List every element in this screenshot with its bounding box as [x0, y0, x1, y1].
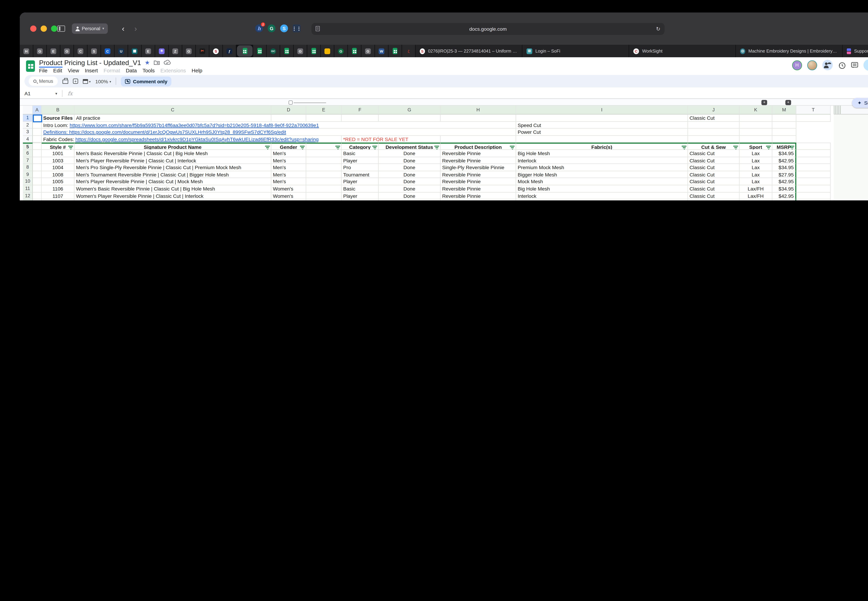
browser-tab[interactable]: Z: [169, 45, 182, 57]
cell[interactable]: Men's Player Reversible Pinnie | Classic…: [75, 157, 271, 164]
cell[interactable]: All practice: [75, 114, 271, 122]
print-icon[interactable]: [63, 79, 68, 84]
cell[interactable]: Done: [379, 150, 441, 157]
expand-hidden-columns-button[interactable]: +: [761, 100, 767, 105]
cell[interactable]: [306, 150, 342, 157]
menus-search[interactable]: Menus: [29, 76, 58, 86]
browser-tab[interactable]: ƒ: [223, 45, 236, 57]
cell[interactable]: Bigger Hole Mesh: [516, 199, 688, 200]
column-header-A[interactable]: A: [33, 106, 42, 114]
cell[interactable]: [441, 114, 516, 122]
cell[interactable]: Women's Player Reversible Pinnie | Class…: [75, 192, 271, 200]
filter-icon[interactable]: [335, 146, 340, 149]
grid-pane[interactable]: ABCDEFGHIJKMT1Source FilesAll practiceCl…: [20, 106, 868, 200]
filter-icon[interactable]: [733, 146, 738, 149]
cell[interactable]: Reversible Pinnie: [441, 199, 516, 200]
row-header[interactable]: 6: [23, 150, 33, 157]
cell[interactable]: $34.95: [772, 150, 796, 157]
cell[interactable]: [796, 157, 831, 164]
cell[interactable]: [306, 192, 342, 200]
column-title[interactable]: Fabric(s): [516, 143, 688, 150]
cell[interactable]: Women's Tournament Reversible Pinnie | C…: [75, 199, 271, 200]
filter-icon[interactable]: [300, 146, 305, 149]
expand-hidden-columns-button[interactable]: +: [785, 100, 791, 105]
cell[interactable]: Lax: [740, 164, 772, 171]
forward-button[interactable]: ›: [134, 24, 137, 33]
cell[interactable]: [379, 114, 441, 122]
cell[interactable]: 1003: [42, 157, 75, 164]
cell[interactable]: 1005: [42, 178, 75, 185]
star-icon[interactable]: ★: [145, 59, 150, 66]
cell[interactable]: [306, 114, 342, 122]
cell[interactable]: $34.95: [772, 185, 796, 192]
row-header[interactable]: 7: [23, 157, 33, 164]
browser-tab[interactable]: C: [101, 45, 114, 57]
cell[interactable]: Interlock: [516, 157, 688, 164]
cell[interactable]: Reversible Pinnie: [441, 178, 516, 185]
cell[interactable]: Women's: [271, 185, 306, 192]
summarize-table-button[interactable]: ✦Summarize this table: [852, 98, 868, 108]
cell[interactable]: [796, 114, 831, 122]
cell[interactable]: Men's Tournament Reversible Pinnie | Cla…: [75, 171, 271, 178]
cell[interactable]: [306, 157, 342, 164]
cloud-status-icon[interactable]: [164, 60, 171, 65]
column-header-I[interactable]: I: [516, 106, 688, 114]
browser-tab[interactable]: G: [335, 45, 347, 57]
cell[interactable]: [33, 150, 42, 157]
browser-tab[interactable]: G: [33, 45, 46, 57]
cell[interactable]: Classic Cut: [688, 192, 740, 200]
browser-tab[interactable]: G: [294, 45, 307, 57]
cell[interactable]: Men's Player Reversible Pinnie | Classic…: [75, 178, 271, 185]
cell[interactable]: $42.95: [772, 178, 796, 185]
browser-tab[interactable]: G: [361, 45, 374, 57]
back-button[interactable]: ‹: [122, 24, 124, 33]
cell[interactable]: Premium Mock Mesh: [516, 164, 688, 171]
filter-icon[interactable]: [265, 146, 270, 149]
close-window-button[interactable]: [30, 26, 37, 32]
cell[interactable]: Tournament: [342, 199, 379, 200]
cell[interactable]: [33, 114, 42, 122]
cell[interactable]: Men's: [271, 178, 306, 185]
cell[interactable]: Lax/FH: [740, 192, 772, 200]
cell[interactable]: [33, 157, 42, 164]
cell[interactable]: Mock Mesh: [516, 178, 688, 185]
menu-file[interactable]: File: [39, 67, 47, 73]
filter-icon[interactable]: [68, 146, 73, 149]
filter-icon[interactable]: [372, 146, 377, 149]
row-header[interactable]: 1: [23, 114, 33, 122]
cell[interactable]: [33, 185, 42, 192]
menu-tools[interactable]: Tools: [142, 67, 155, 73]
browser-tab[interactable]: [280, 45, 293, 57]
cell[interactable]: [33, 164, 42, 171]
traffic-lights[interactable]: [30, 26, 57, 32]
cell[interactable]: Reversible Pinnie: [441, 157, 516, 164]
cell[interactable]: Done: [379, 199, 441, 200]
column-title[interactable]: Cut & Sew: [688, 143, 740, 150]
cell[interactable]: Lax: [740, 157, 772, 164]
s-extension-icon[interactable]: S: [280, 24, 288, 32]
column-title[interactable]: MSRP: [772, 143, 796, 150]
menu-format[interactable]: Format: [104, 67, 120, 73]
minimize-window-button[interactable]: [41, 26, 47, 32]
cell[interactable]: Interlock: [516, 192, 688, 200]
column-title[interactable]: Category: [342, 143, 379, 150]
cell[interactable]: Classic Cut: [688, 185, 740, 192]
cell[interactable]: Done: [379, 178, 441, 185]
menu-help[interactable]: Help: [192, 67, 202, 73]
cell[interactable]: Lax/FH: [740, 199, 772, 200]
document-title[interactable]: Product Pricing List - Updated_V1: [39, 59, 141, 66]
browser-tab[interactable]: S: [87, 45, 101, 57]
browser-tab[interactable]: [348, 45, 361, 57]
cell[interactable]: Classic Cut: [688, 150, 740, 157]
cell[interactable]: [740, 129, 772, 136]
row-header[interactable]: 11: [23, 185, 33, 192]
reload-icon[interactable]: ↻: [656, 26, 660, 32]
cell[interactable]: [740, 122, 772, 129]
cell[interactable]: Lax: [740, 171, 772, 178]
column-title[interactable]: Signature Product Name: [75, 143, 271, 150]
cell[interactable]: [796, 150, 831, 157]
cell[interactable]: $42.95: [772, 192, 796, 200]
browser-tab[interactable]: [388, 45, 402, 57]
cell[interactable]: Women's Basic Reversible Pinnie | Classi…: [75, 185, 271, 192]
filter-icon[interactable]: [434, 146, 439, 149]
